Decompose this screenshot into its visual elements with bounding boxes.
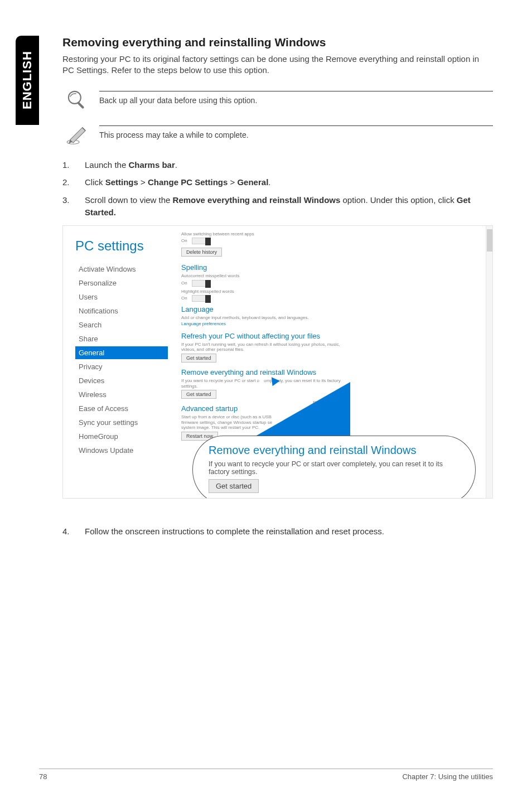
page-content: Removing everything and reinstalling Win… — [62, 36, 493, 543]
pen-icon — [62, 121, 91, 148]
callout-time: This process may take a while to complet… — [62, 121, 493, 148]
zoom-callout: Remove everything and reinstall Windows … — [192, 436, 476, 499]
recent-on-label: On — [181, 238, 187, 244]
svg-rect-1 — [77, 101, 85, 109]
pc-settings-screenshot: PC settings Activate WindowsPersonalizeU… — [62, 225, 493, 499]
recent-apps-label: Allow switching between recent apps — [181, 231, 486, 237]
step4-num: 4. — [62, 525, 85, 538]
language-preferences-link[interactable]: Language preferences — [181, 321, 226, 326]
sidebar-item-personalize[interactable]: Personalize — [75, 277, 168, 289]
step-num-1: 1. — [62, 159, 85, 171]
step4-text: Follow the onscreen instructions to comp… — [85, 525, 493, 538]
step-num-2: 2. — [62, 176, 85, 189]
page-number: 78 — [39, 772, 47, 781]
page-footer: 78 Chapter 7: Using the utilities — [39, 769, 493, 781]
sidebar-item-wireless[interactable]: Wireless — [75, 388, 168, 401]
step-text-2: Click Settings > Change PC Settings > Ge… — [85, 176, 493, 189]
shot-sidebar: PC settings Activate WindowsPersonalizeU… — [63, 226, 173, 498]
pc-settings-title: PC settings — [75, 238, 168, 254]
refresh-get-started-button[interactable]: Get started — [181, 354, 216, 363]
spelling-head: Spelling — [181, 263, 486, 272]
sidebar-item-search[interactable]: Search — [75, 318, 168, 331]
autocorrect-on: On — [181, 281, 187, 286]
shot-scrollbar[interactable] — [486, 226, 492, 498]
callout-backup: Back up all your data before using this … — [62, 86, 493, 113]
language-desc: Add or change input methods, keyboard la… — [181, 315, 486, 321]
callout-backup-text: Back up all your data before using this … — [99, 96, 493, 105]
steps-list-2: 4. Follow the onscreen instructions to c… — [62, 525, 493, 538]
delete-history-button[interactable]: Delete history — [181, 248, 222, 257]
highlight-on: On — [181, 296, 187, 301]
refresh-head: Refresh your PC without affecting your f… — [181, 332, 486, 340]
sidebar-item-devices[interactable]: Devices — [75, 374, 168, 387]
step-text-3: Scroll down to view the Remove everythin… — [85, 194, 493, 219]
language-head: Language — [181, 305, 486, 313]
step-text-1: Launch the Charms bar. — [85, 159, 493, 171]
refresh-desc: If your PC isn't running well, you can r… — [181, 342, 349, 352]
sidebar-item-activate-windows[interactable]: Activate Windows — [75, 263, 168, 276]
sidebar-item-notifications[interactable]: Notifications — [75, 305, 168, 317]
highlight-toggle[interactable] — [192, 295, 211, 302]
section-heading: Removing everything and reinstalling Win… — [62, 36, 493, 49]
zoom-text: If you want to recycle your PC or start … — [209, 460, 460, 476]
language-tab: ENGLISH — [16, 36, 39, 125]
zoom-get-started-button[interactable]: Get started — [209, 479, 259, 493]
step-num-3: 3. — [62, 194, 85, 219]
sidebar-item-windows-update[interactable]: Windows Update — [75, 444, 168, 457]
intro-paragraph: Restoring your PC to its original factor… — [62, 54, 493, 76]
autocorrect-toggle[interactable] — [192, 280, 211, 287]
sidebar-item-users[interactable]: Users — [75, 291, 168, 303]
sidebar-item-share[interactable]: Share — [75, 332, 168, 345]
callout-time-text: This process may take a while to complet… — [99, 131, 493, 139]
remove-head: Remove everything and reinstall Windows — [181, 368, 486, 376]
highlight-label: Highlight misspelled words — [181, 289, 486, 294]
sidebar-item-general[interactable]: General — [75, 346, 168, 359]
sidebar-item-homegroup[interactable]: HomeGroup — [75, 430, 168, 443]
sidebar-item-sync-your-settings[interactable]: Sync your settings — [75, 416, 168, 429]
autocorrect-label: Autocorrect misspelled words — [181, 273, 486, 279]
zoom-head: Remove everything and reinstall Windows — [209, 444, 460, 457]
sidebar-item-privacy[interactable]: Privacy — [75, 360, 168, 373]
sidebar-item-ease-of-access[interactable]: Ease of Access — [75, 402, 168, 415]
remove-get-started-button[interactable]: Get started — [181, 390, 216, 399]
chapter-label: Chapter 7: Using the utilities — [402, 772, 493, 781]
recent-toggle[interactable] — [192, 238, 211, 244]
steps-list: 1.Launch the Charms bar.2.Click Settings… — [62, 159, 493, 219]
magnifier-icon — [62, 86, 91, 113]
